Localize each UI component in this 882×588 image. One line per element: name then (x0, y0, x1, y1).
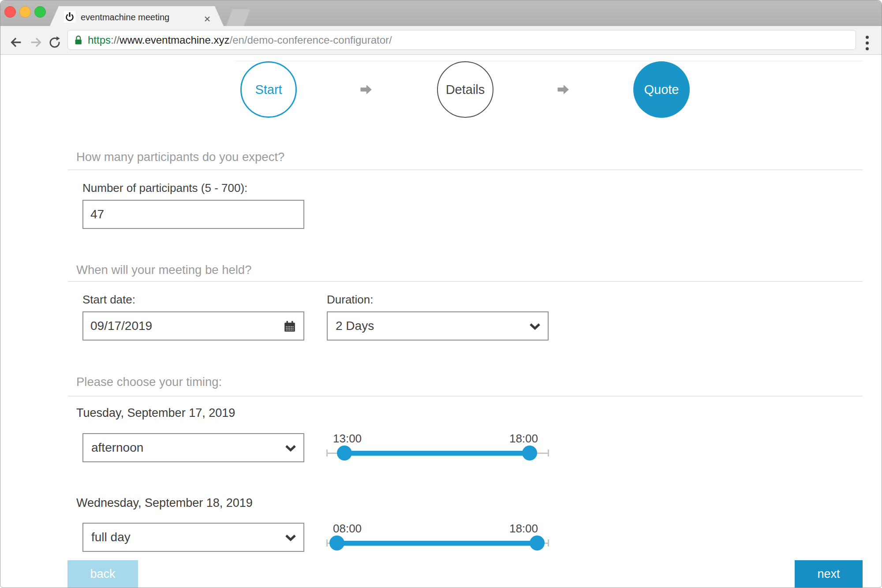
chevron-down-icon (529, 323, 541, 332)
slider-start-time: 08:00 (333, 522, 362, 536)
step-quote[interactable]: Quote (633, 61, 690, 118)
slider-max-tick (548, 539, 549, 547)
zoom-window-button[interactable] (34, 6, 46, 18)
day2-time-range-slider: 08:00 18:00 (327, 514, 549, 558)
timing-heading: Please choose your timing: (76, 375, 222, 389)
slider-start-handle[interactable] (337, 446, 352, 461)
slider-start-time: 13:00 (333, 432, 362, 446)
close-window-button[interactable] (4, 6, 16, 18)
start-date-input[interactable]: 09/17/2019 (82, 311, 304, 341)
slider-start-handle[interactable] (329, 536, 344, 551)
url-scheme: https (88, 34, 111, 46)
day2-timing-value: full day (91, 524, 131, 551)
calendar-icon[interactable] (283, 320, 296, 335)
tab-title: eventmachine meeting (81, 12, 169, 22)
day-label: Tuesday, September 17, 2019 (76, 406, 235, 420)
day1-timing-select[interactable]: afternoon (82, 433, 304, 462)
start-date-label: Start date: (82, 293, 135, 307)
url-separator: :// (111, 34, 120, 46)
step-start[interactable]: Start (240, 61, 297, 118)
chevron-down-icon (285, 534, 296, 543)
browser-menu-icon[interactable] (866, 36, 869, 51)
participants-label: Number of participants (5 - 700): (82, 181, 247, 195)
browser-window: eventmachine meeting https://www.eventma… (0, 0, 882, 588)
slider-fill (337, 541, 537, 546)
start-date-value: 09/17/2019 (90, 312, 152, 340)
slider-end-time: 18:00 (509, 432, 538, 446)
day1-timing-value: afternoon (91, 434, 143, 461)
tab-close-icon[interactable] (203, 15, 211, 23)
duration-label: Duration: (327, 293, 374, 307)
day1-time-range-slider: 13:00 18:00 (327, 424, 549, 468)
step-arrow-icon (557, 84, 570, 95)
reload-icon[interactable] (48, 36, 63, 51)
slider-fill (344, 451, 530, 456)
back-button[interactable]: back (67, 560, 138, 588)
next-button[interactable]: next (795, 560, 863, 588)
url-host: www.eventmachine.xyz (120, 34, 229, 46)
schedule-heading: When will your meeting be held? (76, 263, 251, 277)
participants-input[interactable] (82, 200, 304, 229)
step-arrow-icon (359, 84, 373, 95)
slider-end-handle[interactable] (522, 446, 537, 461)
step-details[interactable]: Details (437, 61, 493, 118)
slider-min-tick (326, 449, 328, 457)
section-divider (68, 169, 863, 170)
tab-bar: eventmachine meeting (0, 0, 882, 26)
day-label: Wednesday, September 18, 2019 (76, 496, 253, 510)
participants-heading: How many participants do you expect? (76, 150, 284, 164)
ssl-lock-icon[interactable] (74, 34, 83, 46)
chevron-down-icon (285, 445, 296, 454)
url-text: https://www.eventmachine.xyz/en/demo-con… (88, 30, 392, 50)
duration-value: 2 Days (336, 312, 374, 340)
duration-select[interactable]: 2 Days (327, 311, 549, 341)
url-path: /en/demo-conference-configurator/ (229, 34, 392, 46)
forward-arrow-icon[interactable] (29, 35, 44, 50)
site-favicon-power-icon (64, 11, 75, 22)
minimize-window-button[interactable] (19, 6, 31, 18)
section-divider (68, 396, 863, 397)
new-tab-button[interactable] (226, 9, 250, 26)
slider-end-time: 18:00 (509, 522, 538, 536)
slider-max-tick (548, 449, 549, 457)
slider-end-handle[interactable] (530, 536, 545, 551)
content-top-divider (234, 61, 863, 61)
day2-timing-select[interactable]: full day (82, 523, 304, 552)
back-arrow-icon[interactable] (8, 35, 23, 50)
section-divider (68, 281, 863, 282)
slider-min-tick (326, 539, 328, 547)
